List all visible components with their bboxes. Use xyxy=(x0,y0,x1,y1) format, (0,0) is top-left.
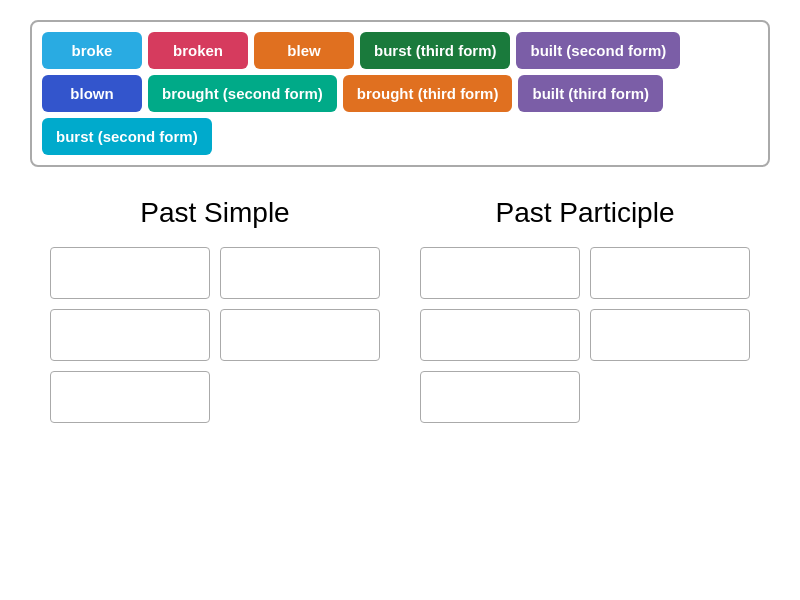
drop-ps-5[interactable] xyxy=(50,371,210,423)
tile-built-second[interactable]: built (second form) xyxy=(516,32,680,69)
drop-pp-4[interactable] xyxy=(590,309,750,361)
tile-blew[interactable]: blew xyxy=(254,32,354,69)
tile-brought-second[interactable]: brought (second form) xyxy=(148,75,337,112)
past-simple-grid xyxy=(50,247,380,423)
drop-pp-2[interactable] xyxy=(590,247,750,299)
past-simple-title: Past Simple xyxy=(50,197,380,229)
tile-broken[interactable]: broken xyxy=(148,32,248,69)
past-simple-group: Past Simple xyxy=(30,197,400,423)
tile-burst-second[interactable]: burst (second form) xyxy=(42,118,212,155)
drop-pp-3[interactable] xyxy=(420,309,580,361)
drop-ps-2[interactable] xyxy=(220,247,380,299)
past-participle-title: Past Participle xyxy=(420,197,750,229)
drop-pp-5[interactable] xyxy=(420,371,580,423)
tile-built-third[interactable]: built (third form) xyxy=(518,75,663,112)
tile-brought-third[interactable]: brought (third form) xyxy=(343,75,513,112)
main-container: broke broken blew burst (third form) bui… xyxy=(0,0,800,443)
past-participle-grid xyxy=(420,247,750,423)
tile-broke[interactable]: broke xyxy=(42,32,142,69)
drop-pp-1[interactable] xyxy=(420,247,580,299)
word-bank: broke broken blew burst (third form) bui… xyxy=(30,20,770,167)
past-participle-group: Past Participle xyxy=(400,197,770,423)
zones-wrapper: Past Simple Past Participle xyxy=(30,197,770,423)
drop-ps-4[interactable] xyxy=(220,309,380,361)
tile-blown[interactable]: blown xyxy=(42,75,142,112)
drop-ps-1[interactable] xyxy=(50,247,210,299)
drop-ps-3[interactable] xyxy=(50,309,210,361)
tile-burst-third[interactable]: burst (third form) xyxy=(360,32,510,69)
